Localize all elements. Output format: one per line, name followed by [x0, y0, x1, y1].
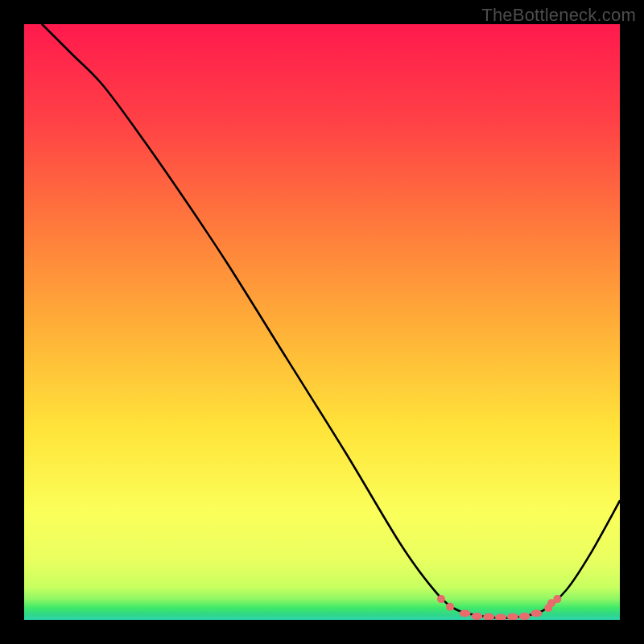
gradient-background — [24, 24, 620, 620]
sweet-spot-marker — [460, 609, 471, 617]
plot-area — [24, 24, 620, 620]
sweet-spot-marker — [553, 595, 561, 603]
sweet-spot-marker — [530, 609, 542, 617]
sweet-spot-marker — [437, 595, 445, 603]
sweet-spot-marker — [446, 603, 454, 611]
watermark-text: TheBottleneck.com — [481, 5, 636, 26]
chart-svg — [24, 24, 620, 620]
chart-frame: TheBottleneck.com — [0, 0, 644, 644]
sweet-spot-marker — [519, 613, 530, 620]
sweet-spot-marker — [471, 613, 482, 620]
